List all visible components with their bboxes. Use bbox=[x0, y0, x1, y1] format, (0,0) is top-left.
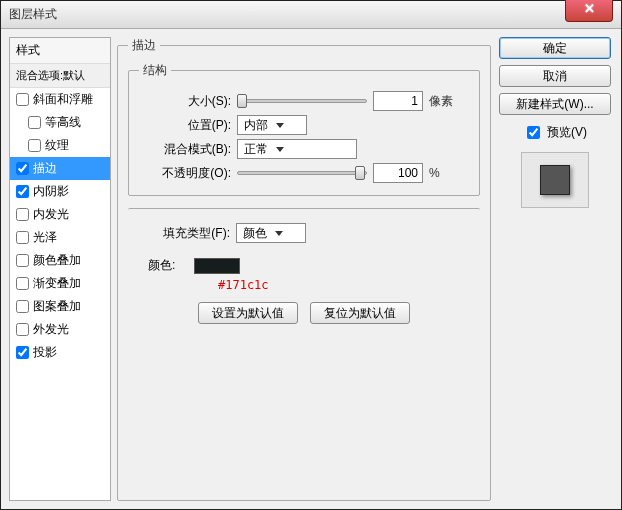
style-item[interactable]: 投影 bbox=[10, 341, 110, 364]
opacity-unit: % bbox=[429, 166, 440, 180]
dialog-body: 样式 混合选项:默认 斜面和浮雕等高线纹理描边内阴影内发光光泽颜色叠加渐变叠加图… bbox=[1, 29, 621, 509]
structure-label: 结构 bbox=[139, 62, 171, 79]
layer-style-dialog: 图层样式 样式 混合选项:默认 斜面和浮雕等高线纹理描边内阴影内发光光泽颜色叠加… bbox=[0, 0, 622, 510]
stroke-group: 描边 结构 大小(S): 像素 位置(P): 内部 bbox=[117, 37, 491, 501]
size-input[interactable] bbox=[373, 91, 423, 111]
style-item-checkbox[interactable] bbox=[16, 346, 29, 359]
blend-mode-label: 混合模式(B): bbox=[139, 141, 231, 158]
style-item-checkbox[interactable] bbox=[16, 254, 29, 267]
preview-swatch bbox=[540, 165, 570, 195]
preview-box bbox=[521, 152, 589, 208]
style-item-label: 内阴影 bbox=[33, 183, 69, 200]
style-item-checkbox[interactable] bbox=[16, 208, 29, 221]
style-item-checkbox[interactable] bbox=[28, 116, 41, 129]
size-label: 大小(S): bbox=[139, 93, 231, 110]
preview-checkbox[interactable]: 预览(V) bbox=[523, 123, 587, 142]
style-item-label: 内发光 bbox=[33, 206, 69, 223]
position-label: 位置(P): bbox=[139, 117, 231, 134]
style-list: 样式 混合选项:默认 斜面和浮雕等高线纹理描边内阴影内发光光泽颜色叠加渐变叠加图… bbox=[9, 37, 111, 501]
style-item-label: 纹理 bbox=[45, 137, 69, 154]
style-item-checkbox[interactable] bbox=[28, 139, 41, 152]
right-panel: 确定 取消 新建样式(W)... 预览(V) bbox=[497, 37, 613, 501]
style-item[interactable]: 描边 bbox=[10, 157, 110, 180]
color-swatch[interactable] bbox=[194, 258, 240, 274]
opacity-label: 不透明度(O): bbox=[139, 165, 231, 182]
size-unit: 像素 bbox=[429, 93, 453, 110]
reset-default-button[interactable]: 复位为默认值 bbox=[310, 302, 410, 324]
chevron-down-icon bbox=[276, 147, 284, 152]
fill-type-select[interactable]: 颜色 bbox=[236, 223, 306, 243]
style-item[interactable]: 图案叠加 bbox=[10, 295, 110, 318]
style-item-checkbox[interactable] bbox=[16, 277, 29, 290]
titlebar: 图层样式 bbox=[1, 1, 621, 29]
style-item-checkbox[interactable] bbox=[16, 93, 29, 106]
style-item-checkbox[interactable] bbox=[16, 231, 29, 244]
style-item-label: 图案叠加 bbox=[33, 298, 81, 315]
color-hex-annotation: #171c1c bbox=[218, 278, 470, 292]
style-item-checkbox[interactable] bbox=[16, 185, 29, 198]
chevron-down-icon bbox=[276, 123, 284, 128]
size-slider[interactable] bbox=[237, 93, 367, 109]
style-item[interactable]: 渐变叠加 bbox=[10, 272, 110, 295]
style-item[interactable]: 纹理 bbox=[10, 134, 110, 157]
blending-options[interactable]: 混合选项:默认 bbox=[10, 64, 110, 88]
stroke-group-label: 描边 bbox=[128, 37, 160, 54]
settings-panel: 描边 结构 大小(S): 像素 位置(P): 内部 bbox=[117, 37, 491, 501]
style-item-label: 等高线 bbox=[45, 114, 81, 131]
blend-mode-select[interactable]: 正常 bbox=[237, 139, 357, 159]
style-item-label: 斜面和浮雕 bbox=[33, 91, 93, 108]
position-select[interactable]: 内部 bbox=[237, 115, 307, 135]
style-item[interactable]: 等高线 bbox=[10, 111, 110, 134]
style-item[interactable]: 外发光 bbox=[10, 318, 110, 341]
fill-type-label: 填充类型(F): bbox=[138, 225, 230, 242]
style-item-label: 描边 bbox=[33, 160, 57, 177]
fill-group: 填充类型(F): 颜色 颜色: #171c1c 设置为默认值 复位为默认值 bbox=[128, 208, 480, 332]
opacity-input[interactable] bbox=[373, 163, 423, 183]
style-item-checkbox[interactable] bbox=[16, 300, 29, 313]
style-item[interactable]: 内发光 bbox=[10, 203, 110, 226]
new-style-button[interactable]: 新建样式(W)... bbox=[499, 93, 611, 115]
opacity-slider[interactable] bbox=[237, 165, 367, 181]
style-item-label: 外发光 bbox=[33, 321, 69, 338]
style-item-label: 颜色叠加 bbox=[33, 252, 81, 269]
style-item[interactable]: 内阴影 bbox=[10, 180, 110, 203]
sidebar-header: 样式 bbox=[10, 38, 110, 64]
structure-group: 结构 大小(S): 像素 位置(P): 内部 bbox=[128, 62, 480, 196]
cancel-button[interactable]: 取消 bbox=[499, 65, 611, 87]
style-item-label: 光泽 bbox=[33, 229, 57, 246]
style-item-label: 渐变叠加 bbox=[33, 275, 81, 292]
preview-checkbox-input[interactable] bbox=[527, 126, 540, 139]
style-item[interactable]: 颜色叠加 bbox=[10, 249, 110, 272]
ok-button[interactable]: 确定 bbox=[499, 37, 611, 59]
style-item-checkbox[interactable] bbox=[16, 162, 29, 175]
window-title: 图层样式 bbox=[9, 6, 565, 23]
close-button[interactable] bbox=[565, 0, 613, 22]
color-label: 颜色: bbox=[148, 257, 188, 274]
style-item-label: 投影 bbox=[33, 344, 57, 361]
style-item-checkbox[interactable] bbox=[16, 323, 29, 336]
style-item[interactable]: 光泽 bbox=[10, 226, 110, 249]
chevron-down-icon bbox=[275, 231, 283, 236]
set-default-button[interactable]: 设置为默认值 bbox=[198, 302, 298, 324]
style-item[interactable]: 斜面和浮雕 bbox=[10, 88, 110, 111]
